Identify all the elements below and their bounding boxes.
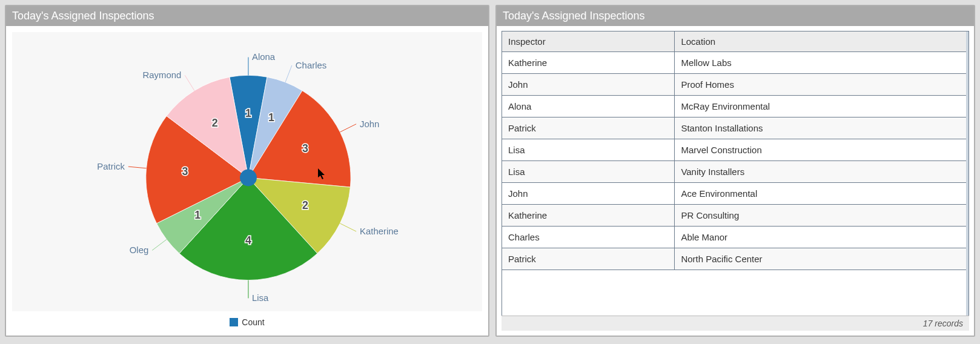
table-row[interactable]: AlonaMcRay Environmental [502, 96, 968, 117]
cell-inspector: Lisa [502, 161, 675, 183]
cell-location: Proof Homes [675, 74, 968, 96]
table-panel-title: Today's Assigned Inspections [497, 6, 974, 26]
slice-value: 1 [245, 107, 251, 119]
pie-center-hub [240, 170, 257, 187]
cell-inspector: John [502, 74, 675, 96]
cell-inspector: Katherine [502, 52, 675, 74]
slice-label: Raymond [142, 70, 181, 80]
table-panel: Today's Assigned Inspections Inspector L… [495, 5, 975, 337]
col-header-inspector[interactable]: Inspector [502, 31, 675, 52]
scrollbar[interactable] [966, 31, 968, 316]
table-row[interactable]: KatherineMellow Labs [502, 52, 968, 74]
chart-panel-body: 11Alona11Charles33John22Katherine44Lisa1… [6, 26, 488, 336]
table-row[interactable]: PatrickStanton Installations [502, 117, 968, 139]
table-panel-body: Inspector Location KatherineMellow LabsJ… [497, 26, 974, 336]
pie-chart[interactable]: 11Alona11Charles33John22Katherine44Lisa1… [12, 32, 482, 311]
slice-value: 2 [212, 117, 218, 129]
leader-line [340, 124, 356, 132]
cell-inspector: Katherine [502, 205, 675, 227]
cell-location: Mellow Labs [675, 52, 968, 74]
slice-value: 1 [194, 209, 200, 221]
slice-label: John [360, 119, 379, 129]
table-row[interactable]: JohnProof Homes [502, 74, 968, 96]
slice-value: 4 [245, 234, 251, 246]
cell-location: North Pacific Center [675, 248, 968, 270]
cell-location: Ace Environmental [675, 183, 968, 205]
slice-value: 3 [182, 165, 188, 177]
slice-value: 1 [268, 111, 274, 124]
cell-inspector: John [502, 183, 675, 205]
table-row[interactable]: LisaVanity Installers [502, 161, 968, 183]
table-footer: 17 records [502, 316, 969, 331]
cell-inspector: Lisa [502, 139, 675, 161]
dashboard-layout: Today's Assigned Inspections 11Alona11Ch… [5, 5, 975, 337]
cell-location: PR Consulting [675, 205, 968, 227]
inspections-table: Inspector Location KatherineMellow LabsJ… [502, 31, 968, 270]
slice-label: Alona [252, 51, 276, 62]
slice-label: Lisa [252, 293, 269, 303]
leader-line [340, 223, 356, 231]
legend-swatch-icon [230, 318, 238, 326]
cell-inspector: Alona [502, 96, 675, 117]
cursor-icon [318, 168, 328, 180]
cell-inspector: Patrick [502, 117, 675, 139]
cell-location: Marvel Construction [675, 139, 968, 161]
cell-location: Stanton Installations [675, 117, 968, 139]
cell-location: Vanity Installers [675, 161, 968, 183]
table-row[interactable]: PatrickNorth Pacific Center [502, 248, 968, 270]
cell-inspector: Charles [502, 227, 675, 248]
legend-label: Count [242, 317, 264, 327]
col-header-location[interactable]: Location [675, 31, 968, 52]
leader-line [285, 65, 292, 82]
slice-value: 2 [302, 199, 308, 211]
cell-location: Able Manor [675, 227, 968, 248]
pie-chart-svg: 11Alona11Charles33John22Katherine44Lisa1… [12, 32, 482, 311]
slice-label: Charles [296, 60, 326, 70]
table-row[interactable]: JohnAce Environmental [502, 183, 968, 205]
leader-line [152, 239, 167, 250]
cell-inspector: Patrick [502, 248, 675, 270]
table-row[interactable]: KatherinePR Consulting [502, 205, 968, 227]
chart-panel: Today's Assigned Inspections 11Alona11Ch… [5, 5, 489, 337]
chart-panel-title: Today's Assigned Inspections [6, 6, 488, 26]
table-scroll[interactable]: Inspector Location KatherineMellow LabsJ… [502, 31, 968, 316]
inspections-table-wrap: Inspector Location KatherineMellow LabsJ… [502, 31, 969, 316]
slice-value: 3 [302, 142, 308, 154]
table-row[interactable]: LisaMarvel Construction [502, 139, 968, 161]
slice-label: Patrick [97, 161, 125, 171]
cell-location: McRay Environmental [675, 96, 968, 117]
slice-label: Oleg [130, 245, 149, 255]
leader-line [128, 167, 147, 168]
chart-legend: Count [12, 311, 482, 329]
slice-label: Katherine [360, 226, 399, 236]
table-row[interactable]: CharlesAble Manor [502, 227, 968, 248]
table-header-row: Inspector Location [502, 31, 968, 52]
leader-line [185, 75, 194, 90]
